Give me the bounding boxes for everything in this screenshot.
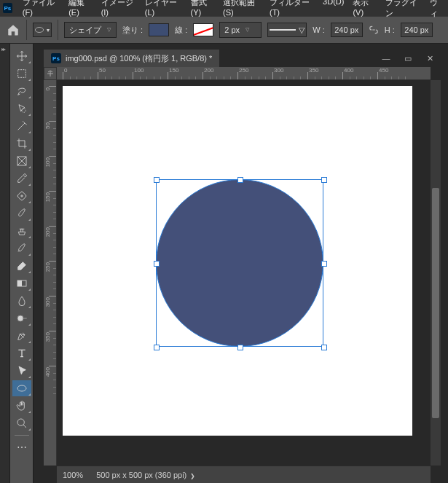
height-label: H : — [385, 25, 395, 34]
gradient-tool[interactable] — [12, 275, 31, 291]
chevron-down-icon: ▽ — [245, 27, 249, 33]
menu-item[interactable]: 表示(V) — [348, 0, 380, 20]
svg-point-10 — [17, 419, 24, 425]
svg-point-9 — [17, 385, 26, 391]
chevron-down-icon: ▽ — [107, 27, 111, 33]
separator — [26, 20, 27, 40]
menu-item[interactable]: 選択範囲(S) — [219, 0, 265, 20]
transform-handle[interactable] — [154, 345, 160, 350]
svg-rect-6 — [17, 280, 22, 286]
separator — [15, 435, 29, 436]
document-title: img000.psd @ 100% (楕円形 1, RGB/8) * — [66, 53, 212, 64]
lasso-tool[interactable] — [12, 83, 31, 99]
frame-tool[interactable] — [12, 153, 31, 169]
width-label: W : — [313, 25, 325, 34]
document-tab[interactable]: Ps img000.psd @ 100% (楕円形 1, RGB/8) * — [44, 50, 219, 67]
menu-item[interactable]: レイヤー(L) — [141, 0, 186, 20]
menu-item[interactable]: フィルター(T) — [265, 0, 318, 20]
transform-handle[interactable] — [321, 345, 327, 350]
svg-rect-8 — [23, 318, 26, 318]
menu-item[interactable]: 書式(Y) — [186, 0, 219, 20]
transform-handle[interactable] — [237, 345, 243, 350]
ruler-origin[interactable] — [44, 67, 57, 80]
zoom-level[interactable]: 100% — [63, 471, 83, 479]
history-brush-tool[interactable] — [12, 240, 31, 256]
maximize-button[interactable]: ▭ — [397, 51, 419, 66]
stroke-style-dropdown[interactable]: ▽ — [267, 23, 307, 37]
main-menubar: Ps ファイル(F)編集(E)イメージ(I)レイヤー(L)書式(Y)選択範囲(S… — [0, 0, 448, 16]
menu-item[interactable]: ファイル(F) — [18, 0, 64, 20]
status-bar: 100% 500 px x 500 px (360 ppi) ❯ — [57, 466, 431, 483]
canvas[interactable] — [63, 86, 412, 436]
link-icon[interactable] — [369, 25, 379, 35]
height-input[interactable]: 240 px — [401, 23, 433, 37]
svg-point-7 — [17, 315, 23, 321]
crop-tool[interactable] — [12, 136, 31, 152]
menu-item[interactable]: ウィ — [425, 0, 448, 20]
separator — [58, 20, 58, 40]
fill-color-swatch[interactable] — [149, 23, 169, 36]
pen-tool[interactable] — [12, 328, 31, 344]
home-icon[interactable] — [6, 23, 20, 36]
eyedropper-tool[interactable] — [12, 170, 31, 186]
move-tool[interactable] — [12, 48, 31, 64]
menu-item[interactable]: 3D(D) — [318, 0, 348, 20]
transform-bbox[interactable] — [156, 179, 323, 347]
transform-handle[interactable] — [154, 177, 160, 183]
vertical-scrollbar[interactable] — [431, 80, 441, 466]
transform-handle[interactable] — [321, 177, 327, 183]
fill-label: 塗り : — [122, 25, 143, 36]
eraser-tool[interactable] — [12, 258, 31, 274]
tool-mode-label: シェイプ — [69, 25, 101, 36]
dodge-tool[interactable] — [12, 310, 31, 326]
quick-select-tool[interactable] — [12, 101, 31, 117]
vertical-ruler[interactable]: 050100150200250300350400 — [44, 80, 57, 466]
marquee-tool[interactable] — [12, 66, 31, 82]
type-tool[interactable] — [12, 345, 31, 361]
width-input[interactable]: 240 px — [331, 23, 363, 37]
menu-item[interactable]: 編集(E) — [64, 0, 96, 20]
transform-handle[interactable] — [154, 261, 160, 267]
stroke-color-swatch[interactable] — [193, 23, 213, 36]
healing-brush-tool[interactable] — [12, 188, 31, 204]
scrollbar-thumb[interactable] — [432, 188, 439, 418]
tool-mode-dropdown[interactable]: シェイプ ▽ — [64, 22, 117, 38]
canvas-viewport[interactable] — [57, 80, 431, 466]
blur-tool[interactable] — [12, 293, 31, 309]
transform-handle[interactable] — [321, 261, 327, 267]
stroke-width-value: 2 px — [224, 25, 240, 34]
path-select-tool[interactable] — [12, 363, 31, 379]
document-tabbar: Ps img000.psd @ 100% (楕円形 1, RGB/8) * — … — [44, 50, 441, 67]
app-logo: Ps — [3, 3, 12, 13]
stroke-label: 線 : — [175, 25, 187, 36]
edit-toolbar[interactable]: ⋯ — [12, 439, 31, 455]
ps-file-icon: Ps — [51, 53, 61, 63]
tools-panel: ⋯ — [10, 44, 34, 483]
menu-item[interactable]: イメージ(I) — [97, 0, 141, 20]
magic-wand-tool[interactable] — [12, 118, 31, 134]
brush-tool[interactable] — [12, 205, 31, 221]
shape-preset-dropdown[interactable]: ▼ — [33, 23, 52, 37]
doc-dimensions: 500 px x 500 px (360 ppi) — [96, 471, 186, 479]
chevron-right-icon[interactable]: ❯ — [188, 473, 194, 479]
clone-stamp-tool[interactable] — [12, 223, 31, 239]
zoom-tool[interactable] — [12, 415, 31, 431]
ellipse-tool[interactable] — [12, 380, 31, 396]
chevron-down-icon: ▽ — [299, 25, 304, 35]
svg-point-0 — [35, 28, 43, 33]
transform-handle[interactable] — [237, 177, 243, 183]
document-area: Ps img000.psd @ 100% (楕円形 1, RGB/8) * — … — [34, 44, 448, 483]
minimize-button[interactable]: — — [375, 51, 397, 66]
tool-column-edge: ▸▸ — [0, 44, 10, 483]
chevron-down-icon: ▼ — [46, 28, 51, 33]
close-button[interactable]: ✕ — [419, 51, 441, 66]
hand-tool[interactable] — [12, 398, 31, 414]
svg-rect-1 — [17, 70, 25, 78]
stroke-width-input[interactable]: 2 px ▽ — [219, 22, 262, 38]
menu-item[interactable]: プラグイン — [381, 0, 425, 20]
horizontal-ruler[interactable]: 050100150200250300350400450 — [57, 67, 431, 80]
